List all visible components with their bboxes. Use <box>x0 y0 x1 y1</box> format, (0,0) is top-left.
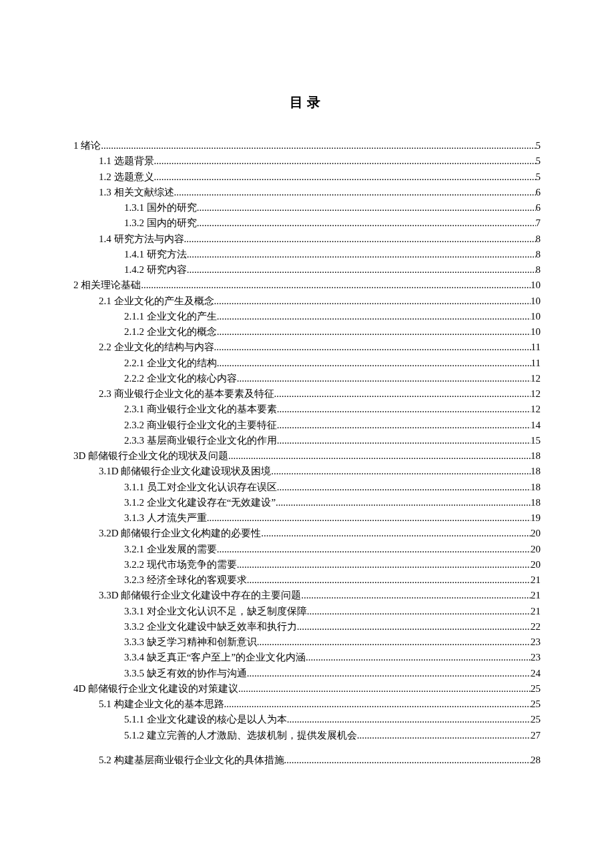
toc-leader-dots <box>214 294 531 309</box>
toc-leader-dots <box>214 340 531 355</box>
toc-leader-dots <box>284 753 531 768</box>
toc-entry-number: 1.1 <box>99 153 114 169</box>
toc-entry-page: 28 <box>531 753 541 768</box>
toc-entry-page: 8 <box>536 232 541 247</box>
toc-entry-page: 27 <box>531 728 541 743</box>
toc-entry-number: 2.1.2 <box>124 324 147 340</box>
toc-entry-text: 建立完善的人才激励、选拔机制，提供发展机会 <box>147 728 357 743</box>
toc-entry: 3.3.5 缺乏有效的协作与沟通 24 <box>73 666 541 681</box>
toc-leader-dots <box>274 386 531 402</box>
toc-entry-number: 3.2D <box>99 526 121 541</box>
toc-entry-page: 19 <box>531 510 541 526</box>
toc-entry: 3.3.2 企业文化建设中缺乏效率和执行力 22 <box>73 619 541 634</box>
toc-entry-page: 18 <box>531 495 541 510</box>
toc-entry-number: 1.3 <box>99 185 114 200</box>
toc-entry: 3.1D 邮储银行企业文化建设现状及困境 18 <box>73 464 541 479</box>
toc-entry: 3.2D 邮储银行企业文化构建的必要性 20 <box>73 526 541 541</box>
toc-entry-page: 12 <box>531 402 541 417</box>
toc-leader-dots <box>141 278 531 293</box>
toc-entry-number: 3.3.4 <box>124 650 147 665</box>
toc-entry-page: 14 <box>531 418 541 433</box>
toc-entry: 2.3.2 商业银行企业文化的主要特征 14 <box>73 418 541 433</box>
toc-leader-dots <box>224 697 531 712</box>
toc-entry-text: 企业文化的结构 <box>147 356 217 371</box>
toc-entry-page: 12 <box>531 386 541 402</box>
toc-entry-text: 企业文化建设的核心是以人为本 <box>147 712 287 727</box>
toc-leader-dots <box>261 526 531 541</box>
toc-entry: 2 相关理论基础10 <box>73 278 541 293</box>
toc-entry-text: 企业文化的核心内容 <box>147 371 237 386</box>
toc-entry-page: 6 <box>536 200 541 215</box>
toc-entry-page: 18 <box>531 448 541 464</box>
toc-entry: 2.2 企业文化的结构与内容11 <box>73 340 541 355</box>
toc-entry-page: 8 <box>536 262 541 278</box>
toc-entry-text: 研究内容 <box>147 262 187 278</box>
toc-leader-dots <box>154 153 536 169</box>
toc-entry: 3.2.3 经济全球化的客观要求 21 <box>73 572 541 588</box>
toc-entry-page: 24 <box>531 666 541 681</box>
toc-entry: 2.3 商业银行企业文化的基本要素及特征12 <box>73 386 541 402</box>
toc-leader-dots <box>187 247 536 262</box>
toc-entry: 3.1.2 企业文化建设存在“无效建设”18 <box>73 495 541 510</box>
toc-entry: 5.2 构建基层商业银行企业文化的具体措施 28 <box>73 753 541 768</box>
toc-entry: 1.3 相关文献综述 6 <box>73 185 541 200</box>
toc-entry-number: 3.3D <box>99 588 121 603</box>
toc-entry-text: 研究方法 <box>147 247 187 262</box>
toc-leader-dots <box>301 588 531 603</box>
toc-entry-number: 1.2 <box>99 169 114 185</box>
toc-entry: 2.1.2 企业文化的概念 10 <box>73 324 541 340</box>
toc-entry-text: 绪论 <box>81 138 101 153</box>
toc-entry: 2.3.1 商业银行企业文化的基本要素 12 <box>73 402 541 417</box>
toc-entry-text: 邮储银行企业文化建设现状及困境 <box>121 464 271 479</box>
toc-entry: 1.1 选题背景5 <box>73 153 541 169</box>
toc-entry-page: 21 <box>531 588 541 603</box>
toc-entry-page: 18 <box>531 480 541 495</box>
toc-entry: 3.3.4 缺乏真正“客户至上”的企业文化内涵23 <box>73 650 541 665</box>
toc-entry-number: 4D <box>73 681 88 697</box>
toc-entry-page: 25 <box>531 697 541 712</box>
toc-leader-dots <box>101 138 535 153</box>
toc-leader-dots <box>271 464 531 479</box>
toc-entry-number: 3.2.1 <box>124 542 147 557</box>
toc-entry-number: 3.2.2 <box>124 557 147 572</box>
toc-entry-number: 2.1 <box>99 294 114 309</box>
toc-entry-page: 21 <box>531 572 541 588</box>
toc-entry-number: 3.1.1 <box>124 480 147 495</box>
toc-entry: 3D 邮储银行企业文化的现状及问题 18 <box>73 448 541 464</box>
toc-entry-page: 23 <box>531 634 541 650</box>
toc-entry-page: 5 <box>536 138 541 153</box>
toc-entry-text: 构建基层商业银行企业文化的具体措施 <box>114 753 284 768</box>
toc-entry-page: 7 <box>536 215 541 231</box>
toc-leader-dots <box>277 402 531 417</box>
toc-entry-text: 国内的研究 <box>147 215 197 231</box>
toc-entry-text: 经济全球化的客观要求 <box>147 572 247 588</box>
toc-leader-dots <box>287 712 531 727</box>
toc-entry-page: 21 <box>531 604 541 619</box>
toc-entry-page: 8 <box>536 247 541 262</box>
toc-leader-dots <box>197 200 536 215</box>
toc-entry-text: 邮储银行企业文化建设的对策建议 <box>88 681 238 697</box>
toc-entry-number: 2.3.3 <box>124 433 147 448</box>
toc-entry-number: 1.3.1 <box>124 200 147 215</box>
toc-entry: 2.2.1 企业文化的结构 11 <box>73 356 541 371</box>
toc-entry-text: 邮储银行企业文化的现状及问题 <box>88 448 228 464</box>
toc-entry-page: 20 <box>531 557 541 572</box>
toc-entry-text: 缺乏真正“客户至上”的企业文化内涵 <box>147 650 306 665</box>
toc-leader-dots <box>306 650 531 665</box>
toc-leader-dots <box>276 495 531 510</box>
toc-leader-dots <box>238 681 531 697</box>
toc-entry: 1.4.1 研究方法 8 <box>73 247 541 262</box>
toc-entry-number: 3.2.3 <box>124 572 147 588</box>
toc-entry-number: 2.3 <box>99 386 114 402</box>
toc-entry-number: 1.4.1 <box>124 247 147 262</box>
toc-entry: 3.3D 邮储银行企业文化建设中存在的主要问题 21 <box>73 588 541 603</box>
toc-entry-text: 基层商业银行企业文化的作用 <box>147 433 277 448</box>
toc-entry-text: 企业文化建设中缺乏效率和执行力 <box>147 619 297 634</box>
toc-entry-text: 企业文化建设存在“无效建设” <box>147 495 276 510</box>
toc-entry-text: 邮储银行企业文化构建的必要性 <box>121 526 261 541</box>
toc-entry: 1.2 选题意义5 <box>73 169 541 185</box>
toc-entry-number: 5.1 <box>99 697 114 712</box>
toc-entry: 3.1.1 员工对企业文化认识存在误区 18 <box>73 480 541 495</box>
toc-entry-number: 2.3.2 <box>124 418 147 433</box>
toc-entry-number: 1.4 <box>99 232 114 247</box>
